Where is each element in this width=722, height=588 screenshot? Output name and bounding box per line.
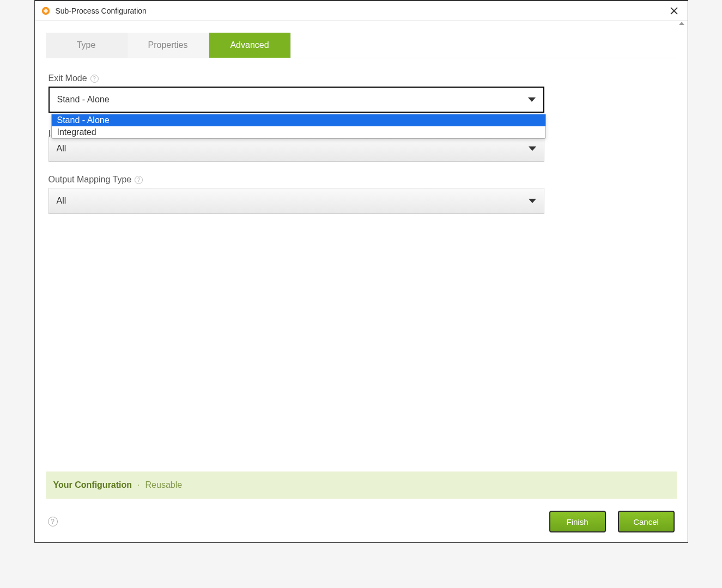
tab-properties[interactable]: Properties xyxy=(128,33,209,58)
output-mapping-label-text: Output Mapping Type xyxy=(48,175,132,185)
exit-mode-group: Exit Mode ? Stand - Alone Stand - Alone … xyxy=(48,74,677,113)
footer: Your Configuration · Reusable ? Finish C… xyxy=(35,471,688,542)
exit-mode-label: Exit Mode ? xyxy=(48,74,677,83)
obscured-label: I xyxy=(48,129,51,139)
output-mapping-label: Output Mapping Type ? xyxy=(48,175,677,185)
second-select-value: All xyxy=(57,144,66,154)
finish-button[interactable]: Finish xyxy=(549,511,606,532)
exit-mode-option-stand-alone[interactable]: Stand - Alone xyxy=(52,114,545,126)
second-group: All xyxy=(48,136,677,162)
second-select[interactable]: All xyxy=(48,136,544,162)
help-icon[interactable]: ? xyxy=(135,176,143,184)
chevron-down-icon xyxy=(528,97,536,102)
exit-mode-label-text: Exit Mode xyxy=(48,74,87,83)
titlebar: Sub-Process Configuration xyxy=(35,1,688,21)
chevron-down-icon xyxy=(529,199,536,203)
summary-separator: · xyxy=(137,480,139,490)
exit-mode-select[interactable]: Stand - Alone xyxy=(48,87,544,113)
output-mapping-select-value: All xyxy=(57,196,66,206)
help-icon[interactable]: ? xyxy=(48,517,58,526)
content-area: Type Properties Advanced I Exit Mode ? S… xyxy=(35,21,688,471)
app-icon xyxy=(40,5,51,16)
config-summary: Your Configuration · Reusable xyxy=(46,471,677,499)
output-mapping-group: Output Mapping Type ? All xyxy=(48,175,677,214)
dialog-window: Sub-Process Configuration Type Propertie… xyxy=(34,0,688,543)
cancel-button[interactable]: Cancel xyxy=(618,511,675,532)
output-mapping-select[interactable]: All xyxy=(48,188,544,214)
footer-actions: ? Finish Cancel xyxy=(46,511,677,532)
scroll-up-icon[interactable] xyxy=(679,22,684,25)
help-icon[interactable]: ? xyxy=(90,75,99,83)
exit-mode-select-value: Stand - Alone xyxy=(57,95,110,105)
close-button[interactable] xyxy=(666,3,682,19)
config-summary-value: Reusable xyxy=(145,480,183,490)
window-title: Sub-Process Configuration xyxy=(56,7,666,15)
exit-mode-dropdown: Stand - Alone Integrated xyxy=(51,114,546,139)
form-area: I Exit Mode ? Stand - Alone Stand - Alon… xyxy=(35,58,688,235)
tab-bar: Type Properties Advanced xyxy=(46,33,677,58)
button-group: Finish Cancel xyxy=(549,511,675,532)
chevron-down-icon xyxy=(529,146,536,151)
config-summary-label: Your Configuration xyxy=(53,480,132,490)
exit-mode-option-integrated[interactable]: Integrated xyxy=(52,126,545,138)
tab-advanced[interactable]: Advanced xyxy=(209,33,291,58)
tab-type[interactable]: Type xyxy=(46,33,128,58)
